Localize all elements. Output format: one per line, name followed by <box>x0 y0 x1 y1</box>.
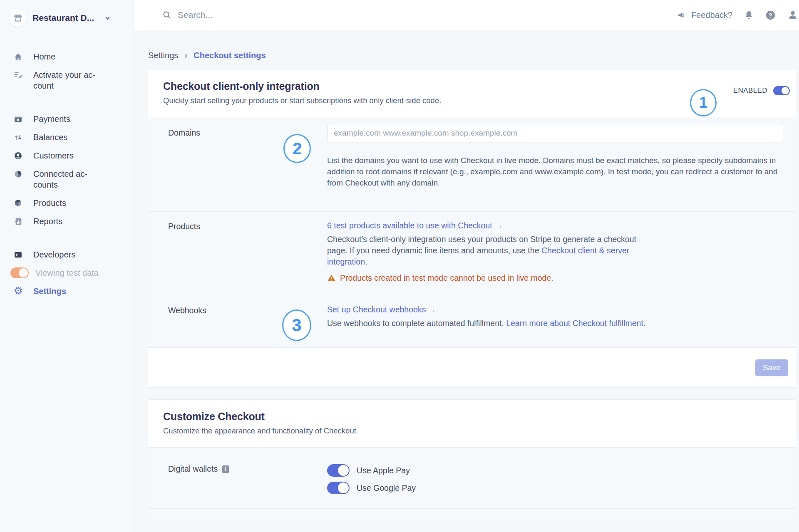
products-label: Products <box>168 221 327 283</box>
products-row: Products 6 test products available to us… <box>148 211 796 292</box>
sidebar-item-reports[interactable]: Reports <box>0 212 134 230</box>
checkout-fulfillment-link[interactable]: Learn more about Checkout fulfillment. <box>506 319 645 328</box>
digital-wallets-label: Digital wallets <box>168 464 327 494</box>
sidebar-item-settings[interactable]: ⚙ Settings <box>0 282 134 300</box>
help-icon[interactable]: ? <box>765 10 776 20</box>
sidebar-item-products[interactable]: Products <box>0 194 134 212</box>
sidebar-group-divider <box>0 95 134 110</box>
storefront-icon <box>9 9 27 27</box>
apple-pay-label: Use Apple Pay <box>357 466 410 475</box>
enabled-label: ENABLED <box>733 87 767 95</box>
developers-icon <box>14 250 22 259</box>
domains-input[interactable] <box>327 124 783 142</box>
card-subtitle: Customize the appearance and functionali… <box>163 426 358 435</box>
apple-pay-toggle[interactable] <box>327 464 350 477</box>
card-footer: Save <box>148 347 796 387</box>
activate-account-icon <box>14 71 22 79</box>
products-icon <box>14 199 22 208</box>
test-data-row: Viewing test data <box>0 264 134 282</box>
save-button[interactable]: Save <box>755 359 788 376</box>
card-header: Customize Checkout Customize the appeara… <box>148 400 796 447</box>
next-row-partial <box>148 508 796 525</box>
webhooks-row: Webhooks Set up Checkout webhooks → Use … <box>148 292 796 347</box>
info-icon[interactable] <box>222 465 229 473</box>
test-products-link[interactable]: 6 test products available to use with Ch… <box>327 221 503 230</box>
breadcrumb-checkout-settings: Checkout settings <box>194 51 266 60</box>
domains-row: Domains List the domains you want to use… <box>148 117 796 211</box>
connected-accounts-icon <box>14 170 22 178</box>
sidebar: Restaurant D... Home Activate your ac- c… <box>0 0 134 532</box>
sidebar-nav: Home Activate your ac- count Payments <box>0 47 134 300</box>
sidebar-item-developers[interactable]: Developers <box>0 245 134 264</box>
balances-icon <box>14 133 22 142</box>
annotation-circle-1: 1 <box>690 89 717 116</box>
apple-pay-row: Use Apple Pay <box>327 464 781 477</box>
gear-icon: ⚙ <box>14 286 22 295</box>
sidebar-item-payments[interactable]: Payments <box>0 110 134 128</box>
search-bar <box>162 10 677 20</box>
user-profile-icon[interactable] <box>787 10 798 20</box>
annotation-circle-2: 2 <box>283 134 311 163</box>
products-description: Checkout's client-only integration uses … <box>327 234 651 267</box>
feedback-button[interactable]: Feedback? <box>677 10 732 20</box>
test-mode-warning: Products created in test mode cannot be … <box>327 273 781 283</box>
reports-icon <box>14 217 22 226</box>
domains-help-text: List the domains you want to use with Ch… <box>327 155 781 188</box>
topbar: Feedback? ? <box>134 0 799 30</box>
customers-icon <box>14 151 22 160</box>
breadcrumb-settings[interactable]: Settings <box>148 51 178 60</box>
svg-text:?: ? <box>769 12 772 18</box>
sidebar-item-home[interactable]: Home <box>0 47 134 66</box>
sidebar-item-activate-account[interactable]: Activate your ac- count <box>0 66 134 95</box>
card-title: Customize Checkout <box>163 411 358 423</box>
test-data-toggle[interactable] <box>10 267 29 278</box>
google-pay-toggle[interactable] <box>327 482 350 494</box>
breadcrumb: Settings Checkout settings <box>148 51 799 60</box>
home-icon <box>14 52 22 61</box>
topbar-actions: Feedback? ? <box>677 10 795 20</box>
payments-icon <box>14 115 22 124</box>
warning-triangle-icon <box>327 274 336 282</box>
webhooks-description: Use webhooks to complete automated fulfi… <box>327 318 781 329</box>
annotation-circle-3: 3 <box>282 309 311 341</box>
setup-webhooks-link[interactable]: Set up Checkout webhooks → <box>327 305 436 314</box>
card-subtitle: Quickly start selling your products or s… <box>163 96 441 105</box>
checkout-integration-card: Checkout client-only integration Quickly… <box>148 69 796 387</box>
search-icon <box>162 10 171 20</box>
notifications-bell-icon[interactable] <box>744 10 754 20</box>
megaphone-icon <box>677 11 687 20</box>
enabled-cluster: ENABLED <box>733 86 790 95</box>
test-data-label: Viewing test data <box>35 267 99 278</box>
card-title: Checkout client-only integration <box>163 80 441 92</box>
chevron-down-icon <box>104 15 111 22</box>
customize-checkout-card: Customize Checkout Customize the appeara… <box>148 400 796 525</box>
sidebar-item-connected-accounts[interactable]: Connected ac- counts <box>0 165 134 194</box>
stripe-dashboard: Restaurant D... Home Activate your ac- c… <box>0 0 799 532</box>
chevron-right-icon <box>183 53 189 59</box>
sidebar-item-balances[interactable]: Balances <box>0 128 134 146</box>
feedback-label: Feedback? <box>691 10 732 20</box>
google-pay-label: Use Google Pay <box>357 483 416 493</box>
account-name: Restaurant D... <box>32 13 94 23</box>
main-area: Feedback? ? Settings Checkout setti <box>134 0 799 532</box>
account-switcher[interactable]: Restaurant D... <box>0 9 134 27</box>
google-pay-row: Use Google Pay <box>327 482 781 494</box>
integration-enabled-toggle[interactable] <box>773 86 790 95</box>
sidebar-group-divider <box>0 230 134 245</box>
sidebar-item-customers[interactable]: Customers <box>0 146 134 165</box>
digital-wallets-row: Digital wallets Use Apple Pay Use Google <box>148 447 796 508</box>
search-input[interactable] <box>177 10 377 20</box>
